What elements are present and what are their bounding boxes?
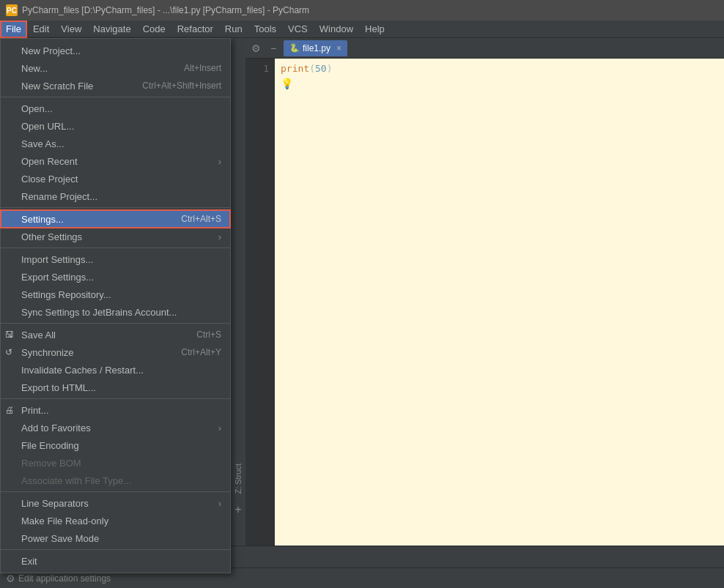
separator-1: [1, 97, 230, 97]
number-literal: 50: [315, 63, 327, 74]
settings-status-icon: ⚙: [6, 573, 15, 584]
menu-edit[interactable]: Edit: [27, 21, 55, 38]
line-number-1: 1: [245, 62, 275, 76]
menu-sync-settings[interactable]: Sync Settings to JetBrains Account...: [1, 303, 230, 321]
separator-7: [1, 549, 230, 550]
menu-line-separators-label: Line Separators: [21, 498, 89, 509]
menu-save-as[interactable]: Save As...: [1, 135, 230, 152]
menu-rename-project-label: Rename Project...: [21, 191, 97, 202]
menu-associate-file-type[interactable]: Associate with File Type...: [1, 472, 230, 489]
menu-new-project[interactable]: New Project...: [1, 42, 230, 59]
menu-remove-bom-label: Remove BOM: [21, 458, 81, 469]
menu-settings-repository[interactable]: Settings Repository...: [1, 286, 230, 303]
menu-new-scratch-file-label: New Scratch File: [21, 81, 93, 92]
menu-other-settings[interactable]: Other Settings ›: [1, 228, 230, 245]
separator-4: [1, 323, 230, 324]
menu-open-recent-label: Open Recent: [21, 156, 78, 167]
menu-synchronize-label: Synchronize: [21, 347, 74, 358]
menu-sync-settings-label: Sync Settings to JetBrains Account...: [21, 307, 177, 318]
menu-refactor[interactable]: Refactor: [171, 21, 219, 38]
main-area: New Project... New... Alt+Insert New Scr…: [0, 38, 724, 546]
menu-export-settings[interactable]: Export Settings...: [1, 268, 230, 286]
menu-open-recent[interactable]: Open Recent ›: [1, 152, 230, 170]
menu-save-as-label: Save As...: [21, 138, 64, 149]
menu-import-settings[interactable]: Import Settings...: [1, 250, 230, 268]
lightbulb-hint: 💡: [281, 78, 718, 89]
menu-import-settings-label: Import Settings...: [21, 254, 93, 265]
file-tab-name: file1.py: [303, 43, 330, 53]
menu-new-scratch-file[interactable]: New Scratch File Ctrl+Alt+Shift+Insert: [1, 77, 230, 94]
menu-export-settings-label: Export Settings...: [21, 272, 94, 283]
menu-open-label: Open...: [21, 103, 53, 114]
menu-remove-bom[interactable]: Remove BOM: [1, 454, 230, 472]
file-tab[interactable]: 🐍 file1.py ×: [284, 40, 347, 56]
menu-exit-label: Exit: [21, 556, 37, 567]
menu-exit[interactable]: Exit: [1, 552, 230, 570]
file-tab-close[interactable]: ×: [336, 43, 341, 53]
line-separators-arrow: ›: [218, 498, 221, 509]
sidebar-expand-btn[interactable]: +: [234, 503, 241, 516]
menu-rename-project[interactable]: Rename Project...: [1, 187, 230, 205]
status-text: Edit application settings: [18, 573, 111, 584]
other-settings-arrow: ›: [218, 231, 221, 242]
separator-6: [1, 491, 230, 492]
open-paren: (: [309, 63, 315, 74]
menu-save-all-shortcut: Ctrl+S: [196, 330, 221, 340]
separator-3: [1, 248, 230, 248]
gear-btn[interactable]: ⚙: [248, 41, 263, 56]
menu-save-all[interactable]: 🖫 Save All Ctrl+S: [1, 326, 230, 343]
menu-power-save-mode-label: Power Save Mode: [21, 533, 99, 544]
menu-open-url[interactable]: Open URL...: [1, 117, 230, 135]
editor-area: ⚙ − 🐍 file1.py × 1 print(50) 💡: [245, 38, 724, 546]
menu-vcs[interactable]: VCS: [282, 21, 314, 38]
menu-open[interactable]: Open...: [1, 100, 230, 117]
menu-view[interactable]: View: [55, 21, 87, 38]
sidebar-struct-tab[interactable]: Z: Struct: [232, 458, 244, 500]
menu-help[interactable]: Help: [359, 21, 391, 38]
menu-window[interactable]: Window: [314, 21, 359, 38]
menu-associate-file-type-label: Associate with File Type...: [21, 475, 131, 486]
synchronize-icon: ↺: [5, 347, 12, 357]
menu-synchronize-shortcut: Ctrl+Alt+Y: [181, 347, 221, 357]
menu-navigate[interactable]: Navigate: [87, 21, 136, 38]
menu-settings[interactable]: Settings... Ctrl+Alt+S: [1, 210, 230, 228]
menu-tools[interactable]: Tools: [248, 21, 282, 38]
favorites-arrow: ›: [218, 423, 221, 433]
menu-new-scratch-file-shortcut: Ctrl+Alt+Shift+Insert: [142, 81, 221, 91]
menu-add-to-favorites[interactable]: Add to Favorites ›: [1, 419, 230, 436]
file-tab-icon: 🐍: [289, 43, 300, 53]
menu-run[interactable]: Run: [219, 21, 248, 38]
menu-print[interactable]: 🖨 Print...: [1, 401, 230, 419]
title-bar: PC PyCharm_files [D:\PyCharm_files] - ..…: [0, 0, 724, 21]
menu-export-html[interactable]: Export to HTML...: [1, 379, 230, 396]
menu-synchronize[interactable]: ↺ Synchronize Ctrl+Alt+Y: [1, 343, 230, 361]
menu-new-shortcut: Alt+Insert: [184, 63, 221, 73]
menu-file[interactable]: File: [0, 21, 27, 38]
menu-file-encoding[interactable]: File Encoding: [1, 436, 230, 454]
save-all-icon: 🖫: [5, 330, 14, 340]
lightbulb-icon: 💡: [281, 78, 293, 89]
app-icon: PC: [6, 4, 18, 16]
menu-settings-label: Settings...: [21, 214, 64, 225]
editor-toolbar: ⚙ − 🐍 file1.py ×: [245, 38, 724, 59]
menu-make-read-only-label: Make File Read-only: [21, 516, 108, 526]
menu-new[interactable]: New... Alt+Insert: [1, 59, 230, 77]
menu-export-html-label: Export to HTML...: [21, 382, 96, 393]
menu-line-separators[interactable]: Line Separators ›: [1, 494, 230, 512]
menu-new-project-label: New Project...: [21, 45, 81, 56]
menu-make-read-only[interactable]: Make File Read-only: [1, 512, 230, 529]
close-paren: ): [327, 63, 333, 74]
menu-close-project[interactable]: Close Project: [1, 170, 230, 187]
code-line-1: print(50): [281, 62, 718, 76]
menu-power-save-mode[interactable]: Power Save Mode: [1, 529, 230, 547]
menu-open-url-label: Open URL...: [21, 121, 74, 132]
open-recent-arrow: ›: [218, 156, 221, 167]
menu-code[interactable]: Code: [137, 21, 171, 38]
minimize-btn[interactable]: −: [266, 41, 281, 56]
code-content[interactable]: print(50) 💡: [275, 59, 724, 546]
menu-other-settings-label: Other Settings: [21, 231, 82, 242]
menu-file-encoding-label: File Encoding: [21, 440, 79, 451]
print-keyword: print: [281, 63, 309, 74]
separator-5: [1, 398, 230, 399]
menu-invalidate-caches[interactable]: Invalidate Caches / Restart...: [1, 361, 230, 379]
